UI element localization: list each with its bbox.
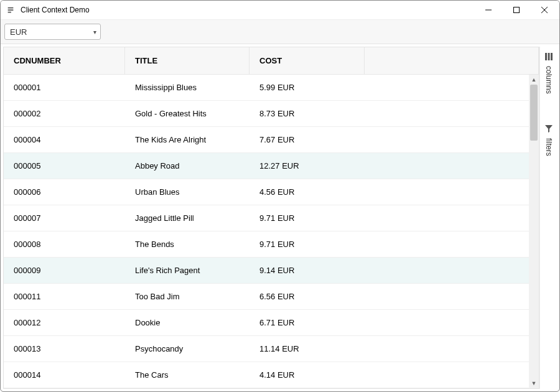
cell-cost: 9.14 EUR [250,266,365,275]
column-header-cost[interactable]: COST [250,47,365,74]
currency-dropdown[interactable]: EUR ▾ [4,24,101,40]
table-row[interactable]: 000011Too Bad Jim6.56 EUR [4,284,529,310]
filter-icon [545,125,553,134]
cell-cdnumber: 000014 [4,370,125,380]
cell-title: Urban Blues [125,187,250,197]
window-titlebar: Client Context Demo [1,1,559,19]
svg-rect-3 [551,53,553,60]
cell-title: Gold - Greatest Hits [125,109,250,118]
table-row[interactable]: 000008The Bends9.71 EUR [4,231,529,258]
right-sidebar: columns filters [539,47,557,389]
cell-cdnumber: 000004 [4,135,125,144]
svg-rect-0 [513,7,519,13]
content-area: CDNUMBER TITLE COST 000001Mississippi Bl… [1,44,559,391]
filters-panel-label: filters [544,138,553,156]
cell-title: Too Bad Jim [125,292,250,301]
cell-title: Psychocandy [125,344,250,353]
cell-cost: 9.71 EUR [250,213,365,223]
minimize-button[interactable] [474,1,502,19]
columns-icon [545,53,553,62]
cell-cdnumber: 000009 [4,266,125,275]
cell-cdnumber: 000007 [4,213,125,223]
maximize-button[interactable] [502,1,530,19]
cell-cdnumber: 000008 [4,240,125,249]
scroll-up-button[interactable]: ▲ [529,75,539,85]
cell-cost: 6.71 EUR [250,318,365,327]
scroll-down-button[interactable]: ▼ [529,378,539,388]
cell-cdnumber: 000002 [4,109,125,118]
cell-title: The Kids Are Alright [125,135,250,144]
cell-cdnumber: 000011 [4,292,125,301]
table-row[interactable]: 000009Life's Rich Pagent9.14 EUR [4,258,529,284]
data-grid: CDNUMBER TITLE COST 000001Mississippi Bl… [3,47,539,389]
cell-cost: 4.56 EUR [250,187,365,197]
table-row[interactable]: 000013Psychocandy11.14 EUR [4,336,529,362]
table-row[interactable]: 000001Mississippi Blues5.99 EUR [4,75,529,101]
cell-cdnumber: 000012 [4,318,125,327]
cell-title: The Bends [125,240,250,249]
cell-cost: 5.99 EUR [250,83,365,92]
cell-cdnumber: 000013 [4,344,125,353]
table-row[interactable]: 000002Gold - Greatest Hits8.73 EUR [4,101,529,127]
cell-title: Mississippi Blues [125,83,250,92]
table-row[interactable]: 000007Jagged Little Pill9.71 EUR [4,205,529,231]
table-row[interactable]: 000014The Cars4.14 EUR [4,362,529,388]
app-icon [6,5,16,15]
cell-title: Life's Rich Pagent [125,266,250,275]
svg-rect-1 [545,53,547,60]
close-button[interactable] [530,1,558,19]
grid-body: 000001Mississippi Blues5.99 EUR000002Gol… [4,75,529,388]
cell-cdnumber: 000006 [4,187,125,197]
cell-cost: 6.56 EUR [250,292,365,301]
cell-cost: 11.14 EUR [250,344,365,353]
cell-cdnumber: 000001 [4,83,125,92]
scroll-thumb[interactable] [530,85,538,141]
table-row[interactable]: 000005Abbey Road12.27 EUR [4,153,529,179]
toolbar: EUR ▾ [1,19,559,44]
grid-header-row: CDNUMBER TITLE COST [4,47,539,75]
column-header-title[interactable]: TITLE [125,47,250,74]
cell-cost: 8.73 EUR [250,109,365,118]
column-header-cdnumber[interactable]: CDNUMBER [4,47,125,74]
columns-panel-label: columns [544,66,553,94]
table-row[interactable]: 000004The Kids Are Alright7.67 EUR [4,127,529,153]
chevron-down-icon: ▾ [93,29,96,35]
window-title: Client Context Demo [21,6,474,14]
filters-panel-toggle[interactable]: filters [544,125,553,156]
cell-cdnumber: 000005 [4,161,125,170]
cell-cost: 4.14 EUR [250,370,365,380]
cell-title: Abbey Road [125,161,250,170]
cell-title: Dookie [125,318,250,327]
cell-cost: 7.67 EUR [250,135,365,144]
columns-panel-toggle[interactable]: columns [544,53,553,94]
table-row[interactable]: 000012Dookie6.71 EUR [4,310,529,336]
column-header-empty [365,47,539,74]
svg-rect-2 [548,53,549,60]
currency-dropdown-value: EUR [10,27,27,37]
cell-title: Jagged Little Pill [125,213,250,223]
table-row[interactable]: 000006Urban Blues4.56 EUR [4,179,529,205]
vertical-scrollbar[interactable]: ▲ ▼ [529,75,539,388]
window-controls [474,1,558,19]
cell-cost: 9.71 EUR [250,240,365,249]
cell-cost: 12.27 EUR [250,161,365,170]
cell-title: The Cars [125,370,250,380]
